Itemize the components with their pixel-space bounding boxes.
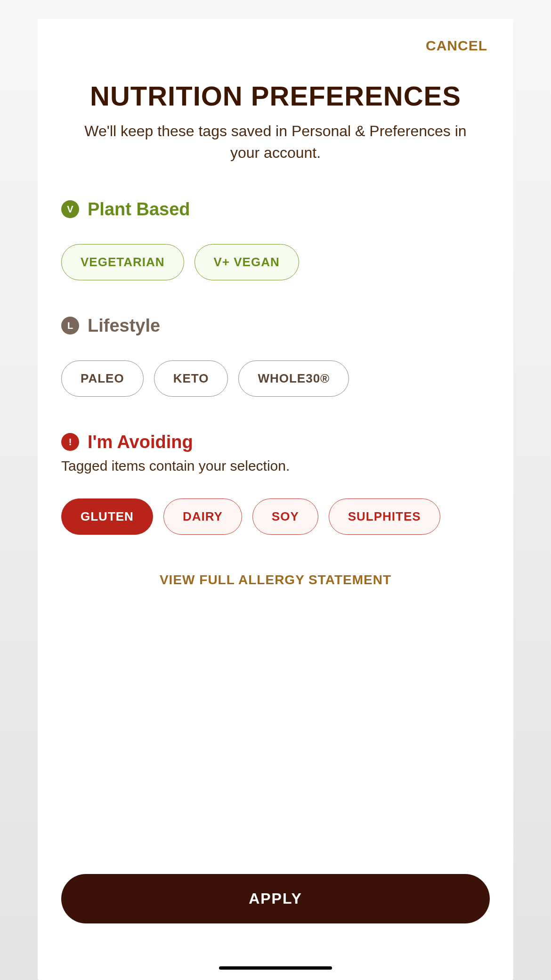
home-indicator[interactable]	[219, 966, 332, 970]
chip-soy[interactable]: SOY	[252, 498, 318, 535]
chips-plant-based: VEGETARIAN V+ VEGAN	[61, 244, 490, 280]
section-header-avoiding: ! I'm Avoiding	[61, 432, 490, 452]
chip-keto[interactable]: KETO	[154, 360, 228, 397]
section-note-avoiding: Tagged items contain your selection.	[61, 458, 490, 474]
section-header-plant-based: V Plant Based	[61, 199, 490, 220]
chips-avoiding: GLUTEN DAIRY SOY SULPHITES	[61, 498, 490, 535]
view-allergy-statement-link[interactable]: VIEW FULL ALLERGY STATEMENT	[61, 572, 490, 588]
chip-vegan[interactable]: V+ VEGAN	[194, 244, 299, 280]
chip-paleo[interactable]: PALEO	[61, 360, 144, 397]
chip-sulphites[interactable]: SULPHITES	[329, 498, 440, 535]
chip-gluten[interactable]: GLUTEN	[61, 498, 153, 535]
section-title-plant-based: Plant Based	[88, 199, 190, 220]
v-icon: V	[61, 200, 79, 218]
apply-button[interactable]: APPLY	[61, 874, 490, 923]
section-plant-based: V Plant Based VEGETARIAN V+ VEGAN	[61, 199, 490, 280]
chip-whole30[interactable]: WHOLE30®	[238, 360, 349, 397]
cancel-button[interactable]: CANCEL	[426, 38, 487, 54]
section-header-lifestyle: L Lifestyle	[61, 316, 490, 336]
alert-icon: !	[61, 433, 79, 451]
section-title-avoiding: I'm Avoiding	[88, 432, 193, 452]
nutrition-preferences-panel: CANCEL NUTRITION PREFERENCES We'll keep …	[38, 19, 513, 980]
chips-lifestyle: PALEO KETO WHOLE30®	[61, 360, 490, 397]
section-title-lifestyle: Lifestyle	[88, 316, 160, 336]
page-title: NUTRITION PREFERENCES	[61, 80, 490, 112]
chip-dairy[interactable]: DAIRY	[163, 498, 242, 535]
l-icon: L	[61, 317, 79, 335]
chip-vegetarian[interactable]: VEGETARIAN	[61, 244, 184, 280]
page-subtitle: We'll keep these tags saved in Personal …	[61, 120, 490, 164]
section-lifestyle: L Lifestyle PALEO KETO WHOLE30®	[61, 316, 490, 397]
section-avoiding: ! I'm Avoiding Tagged items contain your…	[61, 432, 490, 535]
